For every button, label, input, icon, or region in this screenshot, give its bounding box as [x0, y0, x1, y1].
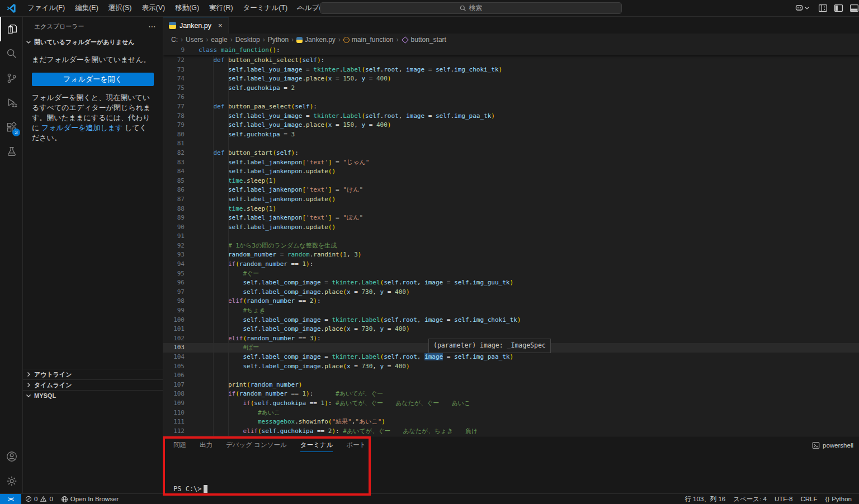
customize-layout-icon[interactable]: [818, 3, 828, 13]
code-line-85[interactable]: 85 time.sleep(1): [163, 177, 859, 186]
code-line-104[interactable]: 104 self.label_comp_image = tkinter.Labe…: [163, 353, 859, 362]
line-number: 112: [163, 427, 185, 436]
sidebar-item-search[interactable]: [0, 41, 23, 66]
menu-item[interactable]: ターミナル(T): [238, 1, 293, 15]
breadcrumb-item[interactable]: Desktop: [235, 36, 260, 44]
code-line-112[interactable]: 112 elif(self.guchokipa == 2): #あいてが、ぐー …: [163, 427, 859, 436]
code-line-107[interactable]: 107 print(random_number): [163, 381, 859, 390]
section-timeline[interactable]: タイムライン: [23, 379, 163, 390]
code-line-92[interactable]: 92 # 1から3の間のランダムな整数を生成: [163, 241, 859, 251]
section-outline[interactable]: アウトライン: [23, 369, 163, 379]
add-folder-link[interactable]: フォルダーを追加します: [41, 123, 122, 132]
code-line-83[interactable]: 83 self.label_jankenpon['text'] = "じゃん": [163, 158, 859, 168]
code-line-75[interactable]: 75 self.guchokipa = 2: [163, 84, 859, 93]
command-center-search[interactable]: 検索: [320, 2, 622, 14]
code-line-91[interactable]: 91: [163, 232, 859, 241]
code-line-81[interactable]: 81: [163, 139, 859, 149]
code-line-94[interactable]: 94 if(random_number == 1):: [163, 260, 859, 269]
code-line-88[interactable]: 88 time.sleep(1): [163, 205, 859, 214]
code-line-78[interactable]: 78 self.label_you_image = tkinter.Label(…: [163, 112, 859, 121]
line-number: 104: [163, 353, 185, 362]
code-line-93[interactable]: 93 random_number = random.randint(1, 3): [163, 250, 859, 260]
code-line-86[interactable]: 86 self.label_jankenpon['text'] = "けん": [163, 186, 859, 195]
remote-indicator[interactable]: ><: [0, 494, 21, 504]
tab-janken-py[interactable]: Janken.py ×: [163, 17, 229, 34]
line-number: 77: [163, 102, 185, 112]
code-line-79[interactable]: 79 self.label_you_image.place(x = 150, y…: [163, 121, 859, 130]
breadcrumb-item[interactable]: button_start: [402, 36, 446, 44]
breadcrumb-item[interactable]: C:: [171, 36, 178, 44]
back-arrow-icon[interactable]: ←: [295, 3, 303, 12]
section-mysql[interactable]: MYSQL: [23, 390, 163, 401]
code-line-82[interactable]: 82 def button_start(self):: [163, 149, 859, 158]
breadcrumb-item[interactable]: main_function: [343, 36, 394, 44]
panel-tab-出力[interactable]: 出力: [200, 441, 213, 452]
breadcrumb-item[interactable]: eagle: [211, 36, 227, 44]
accounts-button[interactable]: [0, 444, 23, 469]
forward-arrow-icon[interactable]: →: [311, 3, 319, 12]
code-line-110[interactable]: 110 #あいこ: [163, 408, 859, 418]
code-line-109[interactable]: 109 if(self.guchokipa == 1): #あいてが、ぐー あな…: [163, 399, 859, 408]
code-line-97[interactable]: 97 self.label_comp_image.place(x = 730, …: [163, 288, 859, 297]
panel-tab-デバッグ コンソール[interactable]: デバッグ コンソール: [226, 441, 287, 452]
code-line-111[interactable]: 111 messagebox.showinfo("結果","あいこ"): [163, 417, 859, 427]
panel-tab-ターミナル[interactable]: ターミナル: [300, 441, 333, 452]
line-number: 74: [163, 74, 185, 84]
code-line-89[interactable]: 89 self.label_jankenpon['text'] = "ぽん": [163, 213, 859, 223]
menu-item[interactable]: 表示(V): [136, 1, 170, 15]
code-line-87[interactable]: 87 self.label_jankenpon.update(): [163, 195, 859, 205]
eol-sequence[interactable]: CRLF: [796, 494, 821, 504]
code-line-105[interactable]: 105 self.label_comp_image.place(x = 730,…: [163, 362, 859, 372]
code-line-80[interactable]: 80 self.guchokipa = 3: [163, 130, 859, 140]
code-line-96[interactable]: 96 self.label_comp_image = tkinter.Label…: [163, 278, 859, 288]
code-line-108[interactable]: 108 if(random_number == 1): #あいてが、ぐー: [163, 389, 859, 399]
code-line-101[interactable]: 101 self.label_comp_image.place(x = 730,…: [163, 325, 859, 334]
problems-status[interactable]: 0 0: [21, 494, 57, 504]
menu-item[interactable]: 編集(E): [70, 1, 103, 15]
menu-item[interactable]: 実行(R): [204, 1, 238, 15]
cursor-position[interactable]: 行 103、列 16: [681, 494, 729, 504]
terminal-shell-label[interactable]: powershell: [812, 441, 853, 449]
code-editor[interactable]: 9class main_function(): 72 def button_ch…: [163, 46, 859, 436]
code-line-99[interactable]: 99 #ちょき: [163, 306, 859, 316]
more-actions-icon[interactable]: ⋯: [148, 22, 156, 31]
terminal-prompt[interactable]: PS C:\>: [173, 485, 207, 493]
code-line-106[interactable]: 106: [163, 371, 859, 381]
sidebar-item-explorer[interactable]: [0, 17, 23, 41]
breadcrumb-item[interactable]: Python: [268, 36, 289, 44]
breadcrumb-item[interactable]: Users: [186, 36, 203, 44]
toggle-sidebar-icon[interactable]: [834, 3, 843, 13]
no-folder-section-header[interactable]: 開いているフォルダーがありません: [23, 36, 163, 48]
panel-tab-ポート[interactable]: ポート: [346, 441, 366, 452]
breadcrumb-item[interactable]: Janken.py: [296, 36, 336, 44]
code-line-90[interactable]: 90 self.label_jankenpon.update(): [163, 223, 859, 232]
sidebar-item-testing[interactable]: [0, 140, 23, 164]
code-line-95[interactable]: 95 #ぐー: [163, 269, 859, 279]
panel-tab-問題[interactable]: 問題: [173, 441, 186, 452]
open-in-browser-button[interactable]: Open In Browser: [57, 494, 122, 504]
code-line-76[interactable]: 76: [163, 93, 859, 102]
code-line-100[interactable]: 100 self.label_comp_image = tkinter.Labe…: [163, 316, 859, 325]
sidebar-item-source-control[interactable]: [0, 66, 23, 91]
close-tab-icon[interactable]: ×: [218, 21, 223, 30]
menu-item[interactable]: ファイル(F): [22, 1, 70, 15]
sidebar-item-run-debug[interactable]: [0, 91, 23, 115]
code-line-73[interactable]: 73 self.label_you_image = tkinter.Label(…: [163, 65, 859, 75]
sticky-scroll-line[interactable]: 9class main_function():: [163, 46, 859, 55]
code-line-77[interactable]: 77 def button_paa_select(self):: [163, 102, 859, 112]
code-line-74[interactable]: 74 self.label_you_image.place(x = 150, y…: [163, 74, 859, 84]
toggle-panel-icon[interactable]: [849, 3, 859, 13]
open-folder-button[interactable]: フォルダーを開く: [32, 73, 154, 86]
sidebar-item-extensions[interactable]: 3: [0, 115, 23, 140]
settings-button[interactable]: [0, 469, 23, 493]
code-line-84[interactable]: 84 self.label_jankenpon.update(): [163, 167, 859, 177]
copilot-menu[interactable]: [795, 3, 809, 12]
menu-item[interactable]: 移動(G): [170, 1, 204, 15]
indentation[interactable]: スペース: 4: [729, 494, 771, 504]
code-line-98[interactable]: 98 elif(random_number == 2):: [163, 297, 859, 306]
language-mode[interactable]: {}Python: [822, 494, 856, 504]
encoding[interactable]: UTF-8: [771, 494, 797, 504]
code-line-72[interactable]: 72 def button_choki_select(self):: [163, 56, 859, 65]
menu-item[interactable]: 選択(S): [103, 1, 137, 15]
code-lines: 72 def button_choki_select(self):73 self…: [163, 56, 859, 436]
